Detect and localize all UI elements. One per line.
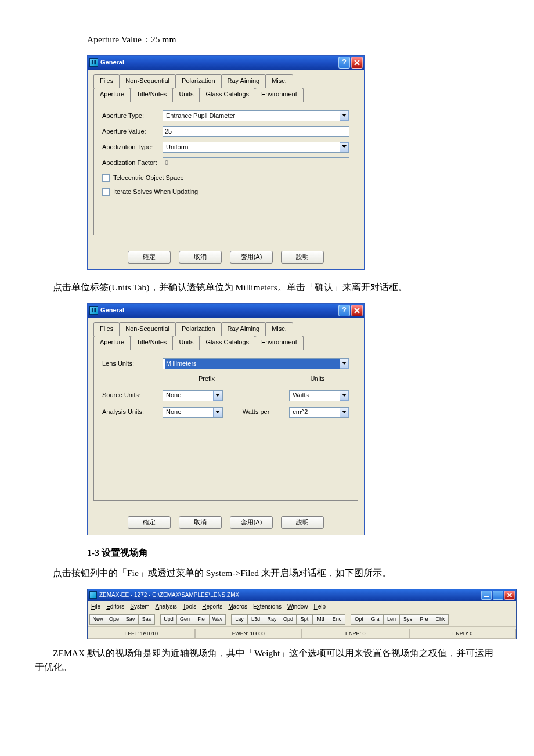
tool-opd[interactable]: Opd — [280, 614, 297, 625]
ok-button[interactable]: 確定 — [128, 516, 171, 529]
menu-file[interactable]: File — [91, 602, 100, 611]
menu-reports[interactable]: Reports — [202, 602, 222, 611]
dialog-title: General — [100, 57, 124, 68]
tab-rayaiming[interactable]: Ray Aiming — [221, 322, 266, 336]
tool-upd[interactable]: Upd — [160, 614, 177, 625]
analysis-units-select[interactable]: cm^2 — [289, 407, 349, 418]
tool-wav[interactable]: Wav — [209, 614, 226, 625]
dropdown-icon[interactable] — [340, 142, 349, 152]
analysis-prefix-select[interactable]: None — [163, 407, 223, 418]
tool-pre[interactable]: Pre — [416, 614, 432, 625]
apodization-type-label: Apodization Type: — [102, 142, 163, 153]
tool-sys[interactable]: Sys — [399, 614, 416, 625]
tab-rayaiming[interactable]: Ray Aiming — [221, 74, 266, 88]
menu-editors[interactable]: Editors — [106, 602, 124, 611]
tool-sav[interactable]: Sav — [122, 614, 139, 625]
titlebar[interactable]: General ? — [88, 304, 364, 318]
tab-environment[interactable]: Environment — [255, 336, 304, 350]
menu-tools[interactable]: Tools — [183, 602, 196, 611]
tab-titlenotes[interactable]: Title/Notes — [130, 88, 173, 102]
menu-window[interactable]: Window — [287, 602, 308, 611]
help-button-bottom[interactable]: 説明 — [281, 251, 324, 264]
close-button[interactable] — [351, 57, 363, 69]
maximize-button[interactable] — [493, 591, 503, 600]
help-button[interactable]: ? — [338, 305, 350, 316]
minimize-button[interactable] — [481, 591, 492, 600]
lens-units-select[interactable]: Millimeters — [163, 358, 349, 369]
tool-chk[interactable]: Chk — [432, 614, 449, 625]
tool-mtf[interactable]: Mtf — [312, 614, 329, 625]
dropdown-icon[interactable] — [340, 391, 349, 401]
tab-aperture[interactable]: Aperture — [93, 88, 131, 102]
status-effl: EFFL: 1e+010 — [88, 629, 195, 639]
tool-ray[interactable]: Ray — [264, 614, 280, 625]
apply-button[interactable]: 套用(A) — [230, 251, 273, 264]
tab-polarization[interactable]: Polarization — [175, 74, 221, 88]
app-icon — [89, 306, 98, 315]
close-button[interactable] — [504, 591, 515, 600]
apodization-type-select[interactable]: Uniform — [163, 142, 349, 153]
tool-ope[interactable]: Ope — [106, 614, 122, 625]
tab-nonsequential[interactable]: Non-Sequential — [119, 74, 176, 88]
iterate-checkbox[interactable] — [102, 188, 110, 196]
tab-files[interactable]: Files — [93, 74, 120, 88]
tab-glasscatalogs[interactable]: Glass Catalogs — [199, 88, 255, 102]
tab-titlenotes[interactable]: Title/Notes — [130, 336, 173, 350]
source-units-select[interactable]: Watts — [289, 390, 349, 401]
tab-polarization[interactable]: Polarization — [175, 322, 221, 336]
menu-analysis[interactable]: Analysis — [156, 602, 177, 611]
help-button-bottom[interactable]: 説明 — [281, 516, 324, 529]
tool-sas[interactable]: Sas — [138, 614, 155, 625]
tool-gla[interactable]: Gla — [367, 614, 384, 625]
tab-files[interactable]: Files — [93, 322, 120, 336]
help-button[interactable]: ? — [338, 57, 350, 69]
menu-system[interactable]: System — [130, 602, 149, 611]
tool-lay[interactable]: Lay — [231, 614, 248, 625]
section-heading: 1-3 设置视场角 — [35, 546, 499, 560]
telecentric-label: Telecentric Object Space — [113, 173, 184, 183]
app-titlebar[interactable]: ZEMAX-EE - 1272 - C:\ZEMAX\SAMPLES\LENS.… — [88, 589, 516, 601]
dropdown-icon[interactable] — [213, 408, 222, 417]
svg-rect-5 — [496, 593, 500, 597]
cancel-button[interactable]: 取消 — [179, 516, 222, 529]
tab-glasscatalogs[interactable]: Glass Catalogs — [199, 336, 255, 350]
aperture-line: Aperture Value：25 mm — [35, 33, 499, 47]
para-fie-instruction: 点击按钮列中的「Fie」或透过菜单的 System->Filed 来开启场对话框… — [35, 566, 499, 581]
dropdown-icon[interactable] — [340, 111, 349, 121]
analysis-units-label: Analysis Units: — [102, 407, 163, 417]
menu-help[interactable]: Help — [314, 602, 326, 611]
telecentric-checkbox[interactable] — [102, 174, 110, 182]
tab-aperture[interactable]: Aperture — [93, 336, 131, 350]
apply-button[interactable]: 套用(A) — [230, 516, 273, 529]
dialog-title: General — [100, 305, 124, 316]
general-dialog-units: General ? Files Non-Sequential Polarizat… — [87, 303, 365, 535]
tool-l3d[interactable]: L3d — [247, 614, 264, 625]
tool-enc[interactable]: Enc — [329, 614, 345, 625]
tab-units[interactable]: Units — [172, 336, 200, 350]
dropdown-icon[interactable] — [213, 391, 222, 401]
titlebar[interactable]: General ? — [88, 56, 364, 70]
dropdown-icon[interactable] — [340, 408, 349, 417]
aperture-type-select[interactable]: Entrance Pupil Diameter — [163, 110, 349, 121]
tool-opt[interactable]: Opt — [351, 614, 367, 625]
tool-fie[interactable]: Fie — [193, 614, 210, 625]
menubar[interactable]: File Editors System Analysis Tools Repor… — [88, 601, 516, 613]
tab-environment[interactable]: Environment — [255, 88, 304, 102]
tool-len[interactable]: Len — [383, 614, 400, 625]
tab-misc[interactable]: Misc. — [265, 322, 293, 336]
menu-extensions[interactable]: Extensions — [253, 602, 282, 611]
tab-nonsequential[interactable]: Non-Sequential — [119, 322, 176, 336]
tool-new[interactable]: New — [89, 614, 106, 625]
statusbar: EFFL: 1e+010 FWFN: 10000 ENPP: 0 ENPD: 0 — [88, 629, 516, 639]
tab-units[interactable]: Units — [172, 88, 200, 102]
menu-macros[interactable]: Macros — [228, 602, 247, 611]
source-prefix-select[interactable]: None — [163, 390, 223, 401]
aperture-value-input[interactable]: 25 — [163, 126, 349, 137]
cancel-button[interactable]: 取消 — [179, 251, 222, 264]
tool-gen[interactable]: Gen — [176, 614, 193, 625]
ok-button[interactable]: 確定 — [128, 251, 171, 264]
dropdown-icon[interactable] — [340, 359, 349, 369]
close-button[interactable] — [351, 305, 363, 316]
tab-misc[interactable]: Misc. — [265, 74, 293, 88]
tool-spt[interactable]: Spt — [296, 614, 313, 625]
